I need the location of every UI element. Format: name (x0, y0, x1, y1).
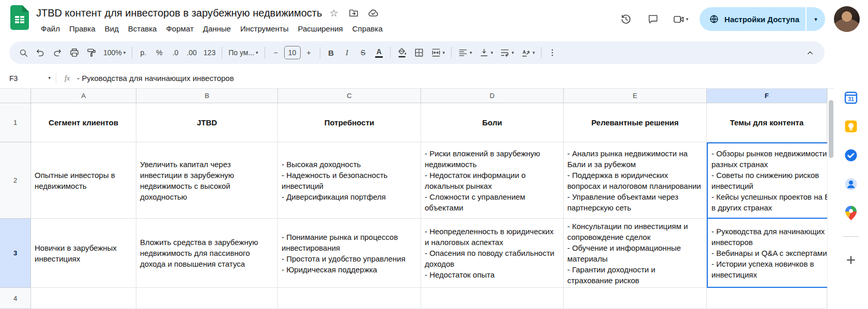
increase-decimals-button[interactable]: .00 (183, 44, 199, 61)
menu-file[interactable]: Файл (36, 22, 65, 35)
menu-view[interactable]: Вид (100, 22, 123, 35)
decrease-decimals-button[interactable]: .0 (167, 44, 183, 61)
cell-F1[interactable]: Темы для контента (707, 103, 827, 142)
cell-E2[interactable]: - Анализ рынка недвижимости на Бали и за… (564, 142, 707, 219)
text-rotation-button[interactable]: ▾ (518, 44, 538, 61)
cell-C4[interactable] (278, 288, 421, 309)
comments-button[interactable] (642, 8, 664, 30)
cell-F2[interactable]: - Обзоры рынков недвижимости в разных ст… (707, 142, 827, 219)
row-header-4[interactable]: 4 (0, 288, 31, 309)
row-header-3[interactable]: 3 (0, 219, 31, 288)
cell-D3[interactable]: - Неопределенность в юридических и налог… (421, 219, 564, 288)
more-toolbar-button[interactable] (545, 44, 560, 61)
decrease-font-size-button[interactable]: − (268, 44, 284, 61)
cell-B1[interactable]: JTBD (136, 103, 278, 142)
italic-button[interactable]: I (339, 44, 355, 61)
cell-A1[interactable]: Сегмент клиентов (31, 103, 136, 142)
cloud-saved-icon[interactable] (365, 5, 381, 21)
text-wrap-button[interactable]: ▾ (497, 44, 517, 61)
increase-font-size-button[interactable]: + (301, 44, 317, 61)
menu-bar: Файл Правка Вид Вставка Формат Данные Ин… (36, 22, 388, 35)
cell-A4[interactable] (31, 288, 136, 309)
cell-F4[interactable] (707, 288, 827, 309)
row-header-2[interactable]: 2 (0, 142, 31, 219)
cell-C3[interactable]: - Понимание рынка и процессов инвестиров… (278, 219, 421, 288)
menu-extensions[interactable]: Расширения (293, 22, 348, 35)
cell-D4[interactable] (421, 288, 564, 309)
column-header-A[interactable]: A (31, 89, 136, 103)
share-button[interactable]: Настройки Доступа ▾ (700, 7, 825, 31)
version-history-button[interactable] (614, 8, 637, 30)
name-box[interactable]: F3 ▾ (0, 74, 56, 83)
menu-insert[interactable]: Вставка (123, 22, 162, 35)
font-size-input[interactable]: 10 (284, 46, 301, 59)
menu-tools[interactable]: Инструменты (236, 22, 293, 35)
column-header-C[interactable]: C (278, 89, 421, 103)
maps-icon[interactable] (843, 205, 859, 221)
currency-format-button[interactable]: р. (135, 44, 151, 61)
font-select[interactable]: По ум... ▾ (225, 44, 261, 61)
percent-format-button[interactable]: % (151, 44, 167, 61)
column-header-F[interactable]: F (707, 89, 827, 103)
account-avatar[interactable] (834, 6, 860, 32)
cell-E4[interactable] (564, 288, 707, 309)
get-addons-plus-icon[interactable] (843, 252, 859, 268)
toolbar-search-button[interactable] (16, 44, 32, 61)
keep-icon[interactable] (843, 119, 859, 134)
column-header-E[interactable]: E (564, 89, 707, 103)
cell-B4[interactable] (136, 288, 278, 309)
star-icon[interactable]: ☆ (326, 5, 342, 21)
more-formats-button[interactable]: 123 (200, 44, 219, 61)
chevron-down-icon: ▾ (123, 51, 126, 55)
bold-button[interactable]: B (323, 44, 339, 61)
cell-A3[interactable]: Новички в зарубежных инвестициях (31, 219, 136, 288)
column-header-B[interactable]: B (136, 89, 278, 103)
borders-button[interactable] (411, 44, 427, 61)
zoom-select[interactable]: 100% ▾ (100, 44, 129, 61)
paint-format-button[interactable] (83, 44, 100, 61)
menu-format[interactable]: Формат (161, 22, 198, 35)
redo-button[interactable] (49, 44, 66, 61)
menu-help[interactable]: Справка (348, 22, 388, 35)
move-folder-icon[interactable] (346, 5, 361, 21)
sheets-logo-icon[interactable] (10, 5, 29, 32)
cell-C1[interactable]: Потребности (278, 103, 421, 142)
cell-B2[interactable]: Увеличить капитал через инвестиции в зар… (136, 142, 278, 219)
meet-camera-button[interactable]: ▾ (669, 8, 692, 30)
document-title[interactable]: JTBD контент для инвесторов в зарубежную… (36, 7, 322, 19)
column-header-row: A B C D E F (0, 89, 827, 103)
search-icon (19, 48, 28, 58)
cell-C2[interactable]: - Высокая доходность - Надежность и безо… (278, 142, 421, 219)
calendar-icon[interactable]: 31 (843, 90, 859, 105)
horizontal-align-button[interactable]: ▾ (455, 44, 475, 61)
print-button[interactable] (66, 44, 83, 61)
row-header-1[interactable]: 1 (0, 103, 31, 142)
toolbar: 100% ▾ р. % .0 .00 123 По ум... ▾ − (9, 41, 825, 64)
menu-edit[interactable]: Правка (65, 22, 100, 35)
contacts-icon[interactable] (843, 176, 859, 192)
text-color-button[interactable]: A (371, 44, 387, 61)
more-vert-icon (548, 48, 557, 57)
undo-button[interactable] (32, 44, 49, 61)
column-header-D[interactable]: D (421, 89, 564, 103)
cell-F3-selected[interactable]: - Руководства для начинающих инвесторов … (707, 219, 827, 288)
menu-data[interactable]: Данные (198, 22, 236, 35)
strikethrough-button[interactable]: S (355, 44, 371, 61)
google-sheets-app: JTBD контент для инвесторов в зарубежную… (0, 0, 868, 309)
fill-color-button[interactable] (394, 44, 410, 61)
cell-E1[interactable]: Релевантные решения (564, 103, 707, 142)
merge-cells-button[interactable]: ▾ (428, 44, 448, 61)
vertical-align-button[interactable]: ▾ (476, 44, 497, 61)
scrollbar-thumb[interactable] (829, 100, 833, 158)
share-dropdown-button[interactable]: ▾ (805, 7, 825, 31)
tasks-icon[interactable] (843, 148, 859, 163)
cell-B3[interactable]: Вложить средства в зарубежную недвижимос… (136, 219, 278, 288)
cell-D2[interactable]: - Риски вложений в зарубежную недвижимос… (421, 142, 564, 219)
cell-D1[interactable]: Боли (421, 103, 564, 142)
cell-E3[interactable]: - Консультации по инвестициям и сопровож… (564, 219, 707, 288)
formula-input[interactable]: - Руководства для начинающих инвесторов (77, 74, 234, 83)
select-all-corner[interactable] (0, 89, 31, 103)
vertical-scrollbar[interactable] (827, 89, 834, 309)
collapse-toolbar-button[interactable] (802, 44, 818, 61)
cell-A2[interactable]: Опытные инвесторы в недвижимость (31, 142, 136, 219)
